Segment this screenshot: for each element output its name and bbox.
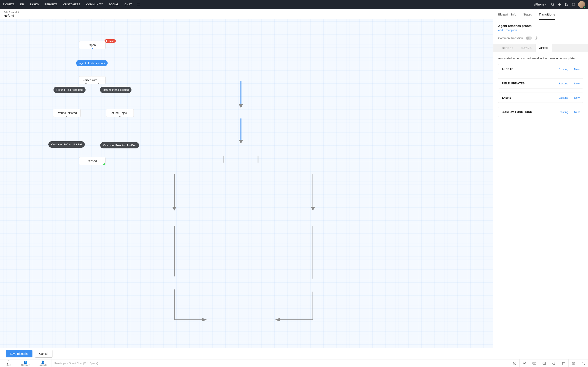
svg-point-2 <box>552 3 554 6</box>
state-refund-rejected[interactable]: Refund Rejected <box>106 109 134 117</box>
canvas-nodes: 6 Hours Open Agent attaches proofs Raise… <box>0 19 493 348</box>
nav-tasks[interactable]: TASKS <box>30 3 39 6</box>
transition-attach-proof[interactable]: Agent attaches proofs <box>76 60 108 66</box>
transition-cust-refund-notified[interactable]: Customer Refund Notified <box>48 141 85 148</box>
action-custom-functions-title: CUSTOM FUNCTIONS <box>502 110 532 114</box>
action-custom-functions-new[interactable]: New <box>574 110 580 114</box>
svg-point-7 <box>567 3 568 4</box>
add-description-link[interactable]: Add Description <box>498 29 517 32</box>
tool-export-icon[interactable] <box>568 359 578 367</box>
bottom-tab-channels[interactable]: 👥 Channels <box>17 359 34 367</box>
resize-handle-icon <box>103 162 105 165</box>
svg-point-24 <box>544 364 545 365</box>
svg-point-27 <box>582 362 584 364</box>
panel-tabs: Blueprint Info States Transitions <box>493 9 588 20</box>
action-custom-functions-existing[interactable]: Existing <box>559 110 568 114</box>
nav-tickets[interactable]: TICKETS <box>3 3 15 6</box>
nav-items: TICKETS KB TASKS REPORTS CUSTOMERS COMMU… <box>3 3 132 6</box>
breadcrumb-crumb: Edit Blueprint <box>4 11 489 14</box>
action-field-updates-title: FIELD UPDATES <box>502 82 525 85</box>
tab-states[interactable]: States <box>523 13 532 20</box>
svg-point-8 <box>573 4 574 5</box>
state-refund-initiated-label: Refund Initiated <box>57 111 77 115</box>
nav-kb[interactable]: KB <box>20 3 24 6</box>
state-closed-label: Closed <box>88 159 97 163</box>
transition-cust-reject-notified[interactable]: Customer Rejection Notified <box>100 142 139 149</box>
brand-switcher[interactable]: zPhone ▾ <box>534 3 546 6</box>
canvas-footer: Save Blueprint Cancel <box>0 348 493 359</box>
bottom-tab-contacts-label: Contacts <box>39 364 47 366</box>
chevron-down-icon: ▾ <box>545 3 546 6</box>
action-field-updates-new[interactable]: New <box>574 82 580 85</box>
action-tasks-new[interactable]: New <box>574 96 580 99</box>
phase-tab-after[interactable]: AFTER <box>535 44 552 52</box>
tool-calendar-icon[interactable] <box>539 359 549 367</box>
tab-transitions[interactable]: Transitions <box>539 13 555 20</box>
bottom-tab-contacts[interactable]: 👤 Contacts <box>34 359 52 367</box>
bottom-tab-chats-label: Chats <box>6 364 11 366</box>
tool-keyboard-icon[interactable] <box>529 359 539 367</box>
page-title: Refund <box>4 14 489 17</box>
state-raised-label: Raised with Fin... <box>82 78 104 82</box>
save-button[interactable]: Save Blueprint <box>6 350 33 358</box>
phase-tab-during[interactable]: DURING <box>517 44 535 52</box>
blueprint-canvas[interactable]: 6 Hours Open Agent attaches proofs Raise… <box>0 19 493 348</box>
nav-customers[interactable]: CUSTOMERS <box>63 3 80 6</box>
action-alerts-existing[interactable]: Existing <box>559 68 568 71</box>
sla-badge: 6 Hours <box>104 39 116 43</box>
action-tasks-existing[interactable]: Existing <box>559 96 568 99</box>
add-icon[interactable] <box>556 1 563 8</box>
action-custom-functions: CUSTOM FUNCTIONS Existing New <box>498 107 583 117</box>
state-closed[interactable]: › Closed ‹ <box>79 157 105 165</box>
action-alerts: ALERTS Existing New <box>498 64 583 74</box>
info-icon[interactable]: i <box>535 36 538 40</box>
gear-icon[interactable] <box>570 1 577 8</box>
tool-check-icon[interactable] <box>510 359 519 367</box>
phase-tab-before[interactable]: BEFORE <box>498 44 517 52</box>
notification-icon[interactable] <box>563 1 570 8</box>
tab-blueprint-info[interactable]: Blueprint Info <box>498 13 516 20</box>
svg-line-3 <box>553 5 554 6</box>
presence-dot <box>583 6 585 8</box>
contacts-icon: 👤 <box>41 360 44 364</box>
tool-search-icon[interactable] <box>578 359 588 367</box>
action-field-updates-existing[interactable]: Existing <box>559 82 568 85</box>
tool-comment-icon[interactable] <box>559 359 568 367</box>
action-tasks-title: TASKS <box>502 96 511 99</box>
nav-community[interactable]: COMMUNITY <box>86 3 103 6</box>
tool-zia-icon[interactable] <box>519 359 529 367</box>
action-alerts-title: ALERTS <box>502 67 513 71</box>
common-transition-toggle[interactable] <box>526 36 532 40</box>
brand-name: zPhone <box>534 3 544 6</box>
action-field-updates: FIELD UPDATES Existing New <box>498 78 583 89</box>
nav-more-icon[interactable] <box>137 3 140 6</box>
top-nav: TICKETS KB TASKS REPORTS CUSTOMERS COMMU… <box>0 0 588 9</box>
state-raised[interactable]: Raised with Fin... <box>79 76 105 84</box>
search-icon[interactable] <box>549 1 556 8</box>
action-tasks: TASKS Existing New <box>498 92 583 103</box>
bottom-bar: 💬 Chats 👥 Channels 👤 Contacts Here is yo… <box>0 359 588 367</box>
bottom-tab-chats[interactable]: 💬 Chats <box>0 359 17 367</box>
smart-chat-input[interactable]: Here is your Smart Chat (Ctrl+Space) <box>52 359 510 367</box>
svg-rect-16 <box>533 362 536 364</box>
cancel-button[interactable]: Cancel <box>35 350 52 358</box>
chat-bubble-icon: 💬 <box>7 360 10 364</box>
tool-recent-icon[interactable] <box>549 359 559 367</box>
state-refund-initiated[interactable]: Refund Initiated <box>53 109 81 117</box>
transition-title: Agent attaches proofs <box>498 24 583 28</box>
avatar[interactable] <box>578 1 585 8</box>
bottom-tab-channels-label: Channels <box>21 364 30 366</box>
breadcrumb: Edit Blueprint Refund <box>0 9 493 19</box>
phase-description: Automated actions to perform after the t… <box>498 57 583 60</box>
nav-reports[interactable]: REPORTS <box>44 3 58 6</box>
transition-plea-rejected[interactable]: Refund Plea Rejected <box>100 87 131 93</box>
action-alerts-new[interactable]: New <box>574 68 580 71</box>
nav-social[interactable]: SOCIAL <box>109 3 119 6</box>
smart-chat-placeholder: Here is your Smart Chat (Ctrl+Space) <box>54 362 98 365</box>
canvas-area: Edit Blueprint Refund <box>0 9 493 359</box>
transition-plea-accepted[interactable]: Refund Plea Accepted <box>53 87 86 93</box>
nav-chat[interactable]: CHAT <box>125 3 132 6</box>
state-refund-rejected-label: Refund Rejected <box>109 111 131 115</box>
right-panel: Blueprint Info States Transitions Agent … <box>493 9 588 359</box>
state-open[interactable]: Open <box>79 41 105 49</box>
